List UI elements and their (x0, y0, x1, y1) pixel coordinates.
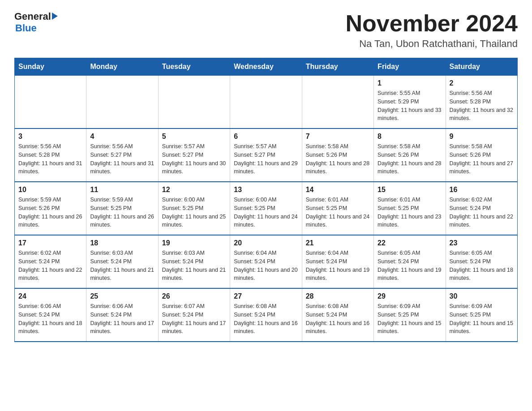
day-number: 14 (306, 186, 370, 194)
day-number: 11 (90, 186, 154, 194)
logo-general-text: General (14, 11, 51, 22)
calendar-cell-w1-d1 (86, 76, 158, 129)
day-info: Sunrise: 6:00 AMSunset: 5:25 PMDaylight:… (162, 196, 226, 229)
day-info: Sunrise: 6:03 AMSunset: 5:24 PMDaylight:… (162, 249, 226, 283)
weekday-header-row: Sunday Monday Tuesday Wednesday Thursday… (15, 58, 518, 76)
day-info: Sunrise: 6:09 AMSunset: 5:25 PMDaylight:… (378, 302, 442, 336)
calendar-cell-w2-d2: 5Sunrise: 5:57 AMSunset: 5:27 PMDaylight… (158, 128, 230, 182)
month-title: November 2024 (346, 11, 518, 36)
calendar-cell-w4-d1: 18Sunrise: 6:03 AMSunset: 5:24 PMDayligh… (86, 235, 158, 288)
day-number: 18 (90, 239, 154, 247)
day-number: 26 (162, 292, 226, 300)
day-info: Sunrise: 5:56 AMSunset: 5:28 PMDaylight:… (18, 142, 82, 176)
day-info: Sunrise: 6:01 AMSunset: 5:25 PMDaylight:… (306, 196, 370, 229)
calendar-cell-w5-d6: 30Sunrise: 6:09 AMSunset: 5:25 PMDayligh… (446, 288, 517, 342)
day-number: 22 (378, 239, 442, 247)
calendar-cell-w3-d2: 12Sunrise: 6:00 AMSunset: 5:25 PMDayligh… (158, 182, 230, 235)
calendar-cell-w5-d0: 24Sunrise: 6:06 AMSunset: 5:24 PMDayligh… (15, 288, 86, 342)
day-number: 19 (162, 239, 226, 247)
calendar-cell-w1-d5: 1Sunrise: 5:55 AMSunset: 5:29 PMDaylight… (374, 76, 446, 129)
day-number: 1 (378, 79, 442, 87)
page-header: General Blue November 2024 Na Tan, Ubon … (14, 11, 518, 50)
calendar-cell-w2-d4: 7Sunrise: 5:58 AMSunset: 5:26 PMDaylight… (302, 128, 373, 182)
day-number: 5 (162, 133, 226, 141)
calendar-cell-w1-d4 (302, 76, 373, 129)
calendar-cell-w2-d3: 6Sunrise: 5:57 AMSunset: 5:27 PMDaylight… (230, 128, 302, 182)
day-number: 7 (306, 133, 370, 141)
day-number: 13 (234, 186, 298, 194)
day-info: Sunrise: 6:02 AMSunset: 5:24 PMDaylight:… (18, 249, 82, 283)
calendar-cell-w5-d2: 26Sunrise: 6:07 AMSunset: 5:24 PMDayligh… (158, 288, 230, 342)
header-monday: Monday (86, 58, 158, 76)
day-number: 8 (378, 133, 442, 141)
day-number: 28 (306, 292, 370, 300)
calendar-cell-w1-d3 (230, 76, 302, 129)
calendar-cell-w2-d0: 3Sunrise: 5:56 AMSunset: 5:28 PMDaylight… (15, 128, 86, 182)
day-number: 29 (378, 292, 442, 300)
calendar-cell-w3-d4: 14Sunrise: 6:01 AMSunset: 5:25 PMDayligh… (302, 182, 373, 235)
day-number: 24 (18, 292, 82, 300)
day-info: Sunrise: 6:04 AMSunset: 5:24 PMDaylight:… (306, 249, 370, 283)
day-number: 27 (234, 292, 298, 300)
calendar-cell-w1-d0 (15, 76, 86, 129)
calendar-cell-w4-d4: 21Sunrise: 6:04 AMSunset: 5:24 PMDayligh… (302, 235, 373, 288)
day-number: 20 (234, 239, 298, 247)
calendar-cell-w5-d1: 25Sunrise: 6:06 AMSunset: 5:24 PMDayligh… (86, 288, 158, 342)
day-number: 10 (18, 186, 82, 194)
calendar-table: Sunday Monday Tuesday Wednesday Thursday… (14, 58, 518, 342)
week-row-2: 3Sunrise: 5:56 AMSunset: 5:28 PMDaylight… (15, 128, 518, 182)
calendar-cell-w2-d6: 9Sunrise: 5:58 AMSunset: 5:26 PMDaylight… (446, 128, 517, 182)
header-thursday: Thursday (302, 58, 373, 76)
calendar-cell-w3-d6: 16Sunrise: 6:02 AMSunset: 5:24 PMDayligh… (446, 182, 517, 235)
day-info: Sunrise: 5:58 AMSunset: 5:26 PMDaylight:… (306, 142, 370, 176)
calendar-cell-w2-d5: 8Sunrise: 5:58 AMSunset: 5:26 PMDaylight… (374, 128, 446, 182)
day-info: Sunrise: 6:01 AMSunset: 5:25 PMDaylight:… (378, 196, 442, 229)
day-number: 6 (234, 133, 298, 141)
week-row-5: 24Sunrise: 6:06 AMSunset: 5:24 PMDayligh… (15, 288, 518, 342)
day-number: 12 (162, 186, 226, 194)
day-number: 30 (450, 292, 514, 300)
header-sunday: Sunday (15, 58, 86, 76)
day-number: 15 (378, 186, 442, 194)
day-info: Sunrise: 6:08 AMSunset: 5:24 PMDaylight:… (306, 302, 370, 336)
day-info: Sunrise: 5:56 AMSunset: 5:28 PMDaylight:… (450, 89, 514, 123)
day-info: Sunrise: 6:04 AMSunset: 5:24 PMDaylight:… (234, 249, 298, 283)
header-tuesday: Tuesday (158, 58, 230, 76)
calendar-cell-w3-d1: 11Sunrise: 5:59 AMSunset: 5:25 PMDayligh… (86, 182, 158, 235)
day-info: Sunrise: 5:57 AMSunset: 5:27 PMDaylight:… (234, 142, 298, 176)
day-info: Sunrise: 5:59 AMSunset: 5:25 PMDaylight:… (90, 196, 154, 229)
logo-blue-text: Blue (15, 22, 37, 34)
logo: General Blue (14, 11, 58, 34)
week-row-1: 1Sunrise: 5:55 AMSunset: 5:29 PMDaylight… (15, 76, 518, 129)
day-info: Sunrise: 5:58 AMSunset: 5:26 PMDaylight:… (378, 142, 442, 176)
calendar-cell-w4-d2: 19Sunrise: 6:03 AMSunset: 5:24 PMDayligh… (158, 235, 230, 288)
day-info: Sunrise: 6:05 AMSunset: 5:24 PMDaylight:… (378, 249, 442, 283)
day-info: Sunrise: 6:03 AMSunset: 5:24 PMDaylight:… (90, 249, 154, 283)
week-row-4: 17Sunrise: 6:02 AMSunset: 5:24 PMDayligh… (15, 235, 518, 288)
calendar-cell-w4-d6: 23Sunrise: 6:05 AMSunset: 5:24 PMDayligh… (446, 235, 517, 288)
calendar-cell-w3-d0: 10Sunrise: 5:59 AMSunset: 5:26 PMDayligh… (15, 182, 86, 235)
calendar-cell-w1-d2 (158, 76, 230, 129)
calendar-cell-w5-d5: 29Sunrise: 6:09 AMSunset: 5:25 PMDayligh… (374, 288, 446, 342)
day-number: 9 (450, 133, 514, 141)
calendar-cell-w5-d3: 27Sunrise: 6:08 AMSunset: 5:24 PMDayligh… (230, 288, 302, 342)
calendar-cell-w5-d4: 28Sunrise: 6:08 AMSunset: 5:24 PMDayligh… (302, 288, 373, 342)
location-subtitle: Na Tan, Ubon Ratchathani, Thailand (346, 38, 518, 50)
day-info: Sunrise: 6:06 AMSunset: 5:24 PMDaylight:… (18, 302, 82, 336)
title-area: November 2024 Na Tan, Ubon Ratchathani, … (346, 11, 518, 50)
day-info: Sunrise: 6:02 AMSunset: 5:24 PMDaylight:… (450, 196, 514, 229)
day-number: 23 (450, 239, 514, 247)
calendar-cell-w4-d5: 22Sunrise: 6:05 AMSunset: 5:24 PMDayligh… (374, 235, 446, 288)
week-row-3: 10Sunrise: 5:59 AMSunset: 5:26 PMDayligh… (15, 182, 518, 235)
calendar-cell-w3-d3: 13Sunrise: 6:00 AMSunset: 5:25 PMDayligh… (230, 182, 302, 235)
calendar-cell-w4-d0: 17Sunrise: 6:02 AMSunset: 5:24 PMDayligh… (15, 235, 86, 288)
day-number: 21 (306, 239, 370, 247)
day-info: Sunrise: 5:57 AMSunset: 5:27 PMDaylight:… (162, 142, 226, 176)
day-info: Sunrise: 6:08 AMSunset: 5:24 PMDaylight:… (234, 302, 298, 336)
day-info: Sunrise: 5:56 AMSunset: 5:27 PMDaylight:… (90, 142, 154, 176)
calendar-cell-w4-d3: 20Sunrise: 6:04 AMSunset: 5:24 PMDayligh… (230, 235, 302, 288)
day-info: Sunrise: 6:07 AMSunset: 5:24 PMDaylight:… (162, 302, 226, 336)
day-info: Sunrise: 5:58 AMSunset: 5:26 PMDaylight:… (450, 142, 514, 176)
day-number: 17 (18, 239, 82, 247)
day-number: 25 (90, 292, 154, 300)
